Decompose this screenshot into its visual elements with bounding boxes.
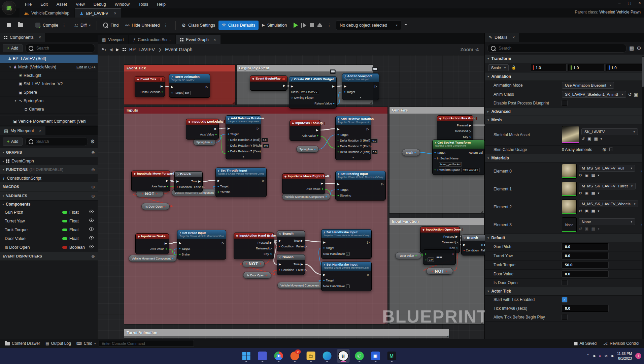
node-header[interactable]: ◇Branch <box>175 172 202 177</box>
details-search[interactable] <box>487 44 626 53</box>
input-pin[interactable]: ● <box>432 270 434 273</box>
asset-thumbnail[interactable] <box>562 126 579 144</box>
play-options-kebab-icon[interactable]: ⋮ <box>326 23 333 28</box>
microphone-icon[interactable]: ♦ <box>599 354 601 358</box>
menu-item-file[interactable]: File <box>21 1 36 8</box>
node-header[interactable]: ƒSet Steering InputTarget is Chaos Vehic… <box>336 171 385 180</box>
browse-icon[interactable]: ▣ <box>585 191 588 195</box>
lock-icon[interactable]: 🔓 <box>511 65 516 70</box>
input-pin[interactable]: ▶ <box>463 243 466 246</box>
graph-node-set-throttle-input[interactable]: ƒSet Throttle InputTarget is Chaos Vehic… <box>215 168 267 197</box>
add-icon[interactable]: ⊕ <box>91 167 95 172</box>
input-pin[interactable]: ● <box>337 194 339 197</box>
input-pin[interactable]: ○ <box>228 139 229 141</box>
graph-node-inputaction-fire-gun[interactable]: ◆InputAction Fire GunPressed▶Released▷Ke… <box>437 115 473 142</box>
comment-resize-handle[interactable]: ◢ <box>446 334 448 338</box>
output-pin[interactable]: ○ <box>161 91 163 93</box>
input-pin[interactable]: ● <box>217 185 219 188</box>
chevron-down-icon[interactable]: ▾ <box>598 174 600 177</box>
details-panel-tab[interactable]: ✎ Details × <box>485 33 519 42</box>
asset-tab-bp-lavifv[interactable]: ♟BP_LAVIFV× <box>75 8 121 18</box>
output-pin[interactable]: ◇ <box>469 135 471 138</box>
variable-pill-vehicle-movement-component[interactable]: Vehicle Movement Component● <box>282 193 330 200</box>
volume-icon[interactable]: 🕪 <box>611 354 614 358</box>
browse-icon[interactable]: ▣ <box>634 92 638 97</box>
compile-button[interactable]: Compile⋮ <box>32 20 71 30</box>
checkbox-disable-post-process-blueprint[interactable] <box>562 100 567 106</box>
use-selected-icon[interactable]: ↺ <box>579 191 582 195</box>
variable-pill-springarm[interactable]: SpringArm● <box>193 139 216 146</box>
checkbox-allow-tick-before-begin-play[interactable] <box>562 314 567 320</box>
input-pin[interactable]: ● <box>245 262 247 265</box>
output-pin[interactable]: ● <box>164 205 166 208</box>
details-section-animation[interactable]: ▾Animation <box>485 72 644 81</box>
taskbar-app-explorer[interactable]: 🗀 <box>304 349 317 363</box>
node-header[interactable]: ƒGet Socket TransformTarget is Scene Com… <box>433 140 484 149</box>
checker-icon[interactable]: ▦ <box>591 226 595 231</box>
breadcrumb-root[interactable]: BP_LAVIFV <box>129 47 155 52</box>
output-pin[interactable]: ● <box>211 141 213 144</box>
node-header[interactable]: ƒAdd to ViewportTarget is User Widget <box>342 73 379 82</box>
comment-header[interactable]: BeginPlay Event <box>237 65 373 71</box>
output-pin[interactable]: ▶ <box>214 127 217 130</box>
number-field-tank-torque[interactable]: 50.0 <box>562 262 608 268</box>
node-expand-chevron-icon[interactable]: ▾ <box>342 97 379 100</box>
dropdown-element-3[interactable]: None▾ <box>579 218 635 225</box>
add-component-button[interactable]: +Add <box>3 44 23 52</box>
graph-node-add-relative-rotation[interactable]: ƒAdd Relative RotationTarget is Scene Co… <box>335 116 371 160</box>
taskbar-app-browser[interactable]: 9 <box>288 349 301 363</box>
use-selected-icon[interactable]: ↺ <box>628 92 632 97</box>
pin-checkbox[interactable] <box>346 284 350 288</box>
input-pin[interactable]: ▶ <box>176 180 179 183</box>
checkbox-is-door-open[interactable] <box>562 280 567 285</box>
add-icon[interactable]: ⊕ <box>91 150 95 155</box>
output-pin[interactable]: ▶ <box>321 182 323 185</box>
variable-row-gun-pitch[interactable]: Gun PitchFloat <box>0 208 98 217</box>
add-icon[interactable]: ⊕ <box>91 254 95 259</box>
scale-mode-dropdown[interactable]: Scale▾ <box>488 64 509 71</box>
input-pin[interactable]: ▶ <box>228 127 230 130</box>
expand-arrow-icon[interactable]: ▸ <box>3 203 4 206</box>
input-pin[interactable]: ● <box>142 192 144 195</box>
input-pin[interactable]: ● <box>217 191 219 193</box>
taskbar-app-chrome[interactable] <box>272 349 285 363</box>
taskbar-app-edge[interactable] <box>320 349 333 363</box>
output-pin[interactable]: ▶ <box>484 243 485 246</box>
add-icon[interactable]: ⊕ <box>91 193 95 199</box>
cmd-dropdown[interactable]: ⌨Cmd▾ <box>74 340 99 347</box>
comment-resize-handle[interactable]: ◢ <box>481 210 483 213</box>
output-pin[interactable]: ● <box>446 270 448 273</box>
node-header[interactable]: ◇Branch <box>462 235 485 241</box>
output-pin[interactable]: ▶ <box>301 263 303 266</box>
variable-category-components[interactable]: ▸Components <box>0 201 98 208</box>
input-pin[interactable]: ○ <box>337 139 339 142</box>
input-pin[interactable]: ● <box>337 145 339 148</box>
nav-forward-icon[interactable]: ▶ <box>116 47 119 52</box>
node-header[interactable]: ◆InputAction Hand Brake <box>234 233 274 239</box>
graph-node-event-beginplay[interactable]: ◆Event BeginPlay▶ <box>250 75 287 91</box>
comment-header[interactable]: Inputs <box>124 107 387 114</box>
scale-value-z[interactable]: 1.0 <box>606 64 642 71</box>
variable-row-is-door-open[interactable]: Is Door OpenBoolean <box>0 243 98 252</box>
pin-value-input[interactable]: 0.0 <box>261 138 268 142</box>
number-field-door-value[interactable]: 0.0 <box>562 271 608 277</box>
section-header-functions[interactable]: ▾FUNCTIONS(24 OVERRIDABLE)⊕ <box>0 165 98 174</box>
speaker-icon[interactable]: 🕪 <box>593 354 596 358</box>
menu-item-asset[interactable]: Asset <box>53 1 71 8</box>
output-pin[interactable]: ● <box>333 102 335 105</box>
pin-checkbox[interactable]: ✓ <box>346 252 350 256</box>
node-header[interactable]: ◆InputAxis LookUp <box>290 120 320 126</box>
taskbar-app-unreal[interactable]: u <box>337 349 349 363</box>
graph-node-event-tick[interactable]: ◆Event Tick▶Delta Seconds○ <box>135 76 165 97</box>
node-header[interactable]: ƒTurret AnimationTarget is BP LAVIFV <box>169 74 210 83</box>
variable-pill-not[interactable]: ●NOT● <box>426 268 453 275</box>
use-selected-icon[interactable]: ↺ <box>579 209 582 213</box>
close-icon[interactable]: × <box>39 35 41 40</box>
bookmark-icon[interactable]: ⚑▾ <box>101 47 106 52</box>
asset-thumbnail[interactable] <box>562 164 577 179</box>
eye-icon[interactable] <box>89 227 94 233</box>
comment-header[interactable]: Turret Animation <box>124 329 449 336</box>
close-icon[interactable]: × <box>114 11 116 16</box>
input-pin[interactable]: ▶ <box>291 85 293 88</box>
stop-button[interactable] <box>310 23 314 27</box>
